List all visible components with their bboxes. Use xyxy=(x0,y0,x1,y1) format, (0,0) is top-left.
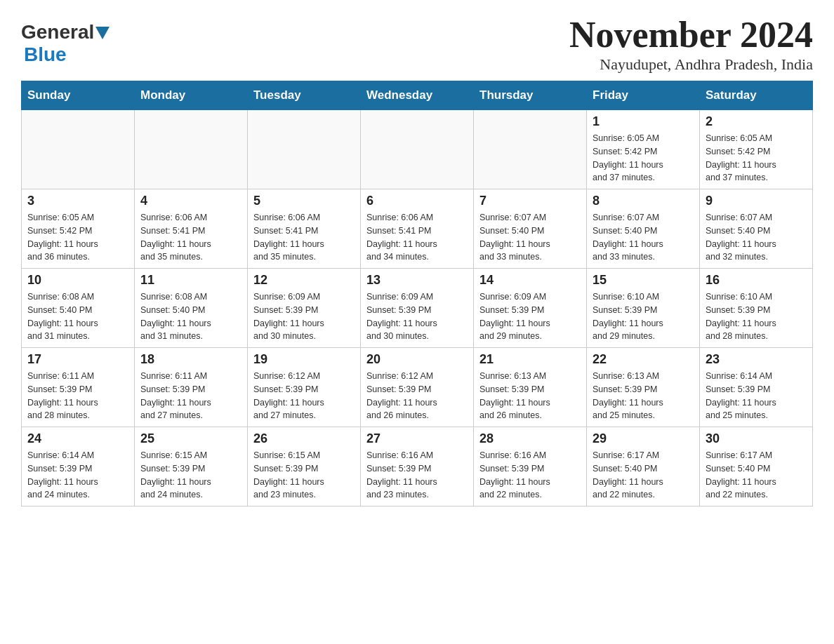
calendar-day-cell: 17Sunrise: 6:11 AMSunset: 5:39 PMDayligh… xyxy=(22,348,135,427)
day-number: 5 xyxy=(253,194,355,208)
calendar-day-cell: 15Sunrise: 6:10 AMSunset: 5:39 PMDayligh… xyxy=(587,269,700,348)
weekday-header-wednesday: Wednesday xyxy=(361,81,474,110)
calendar-day-cell: 7Sunrise: 6:07 AMSunset: 5:40 PMDaylight… xyxy=(474,189,587,269)
calendar-day-cell: 23Sunrise: 6:14 AMSunset: 5:39 PMDayligh… xyxy=(700,348,813,427)
calendar-day-cell: 10Sunrise: 6:08 AMSunset: 5:40 PMDayligh… xyxy=(22,269,135,348)
day-number: 20 xyxy=(366,352,468,367)
logo: General Blue xyxy=(21,21,110,66)
calendar-day-cell: 4Sunrise: 6:06 AMSunset: 5:41 PMDaylight… xyxy=(135,189,248,269)
calendar-day-cell: 1Sunrise: 6:05 AMSunset: 5:42 PMDaylight… xyxy=(587,110,700,189)
day-info: Sunrise: 6:11 AMSunset: 5:39 PMDaylight:… xyxy=(140,370,241,422)
day-number: 8 xyxy=(593,194,694,208)
calendar-day-cell xyxy=(22,110,135,189)
day-number: 7 xyxy=(479,194,581,208)
day-info: Sunrise: 6:07 AMSunset: 5:40 PMDaylight:… xyxy=(593,211,694,264)
calendar-day-cell: 14Sunrise: 6:09 AMSunset: 5:39 PMDayligh… xyxy=(474,269,587,348)
day-number: 24 xyxy=(27,431,128,446)
day-number: 26 xyxy=(253,431,355,446)
page-title: November 2024 xyxy=(569,14,813,55)
calendar-day-cell: 27Sunrise: 6:16 AMSunset: 5:39 PMDayligh… xyxy=(361,427,474,507)
day-number: 12 xyxy=(253,273,355,288)
day-info: Sunrise: 6:16 AMSunset: 5:39 PMDaylight:… xyxy=(479,449,581,502)
svg-marker-0 xyxy=(95,27,110,39)
calendar-week-row: 17Sunrise: 6:11 AMSunset: 5:39 PMDayligh… xyxy=(22,348,813,427)
day-info: Sunrise: 6:06 AMSunset: 5:41 PMDaylight:… xyxy=(366,211,468,264)
calendar-day-cell xyxy=(135,110,248,189)
calendar-day-cell: 2Sunrise: 6:05 AMSunset: 5:42 PMDaylight… xyxy=(700,110,813,189)
day-number: 18 xyxy=(140,352,241,367)
day-number: 2 xyxy=(706,114,807,129)
day-number: 25 xyxy=(140,431,241,446)
weekday-header-thursday: Thursday xyxy=(474,81,587,110)
calendar-day-cell: 12Sunrise: 6:09 AMSunset: 5:39 PMDayligh… xyxy=(248,269,361,348)
calendar-day-cell: 28Sunrise: 6:16 AMSunset: 5:39 PMDayligh… xyxy=(474,427,587,507)
day-number: 6 xyxy=(366,194,468,208)
calendar-day-cell: 29Sunrise: 6:17 AMSunset: 5:40 PMDayligh… xyxy=(587,427,700,507)
day-number: 13 xyxy=(366,273,468,288)
calendar-week-row: 10Sunrise: 6:08 AMSunset: 5:40 PMDayligh… xyxy=(22,269,813,348)
title-block: November 2024 Nayudupet, Andhra Pradesh,… xyxy=(569,14,813,74)
weekday-header-friday: Friday xyxy=(587,81,700,110)
day-number: 28 xyxy=(479,431,581,446)
day-number: 1 xyxy=(593,114,694,129)
day-info: Sunrise: 6:14 AMSunset: 5:39 PMDaylight:… xyxy=(706,370,807,422)
calendar-day-cell: 13Sunrise: 6:09 AMSunset: 5:39 PMDayligh… xyxy=(361,269,474,348)
day-number: 16 xyxy=(706,273,807,288)
day-info: Sunrise: 6:12 AMSunset: 5:39 PMDaylight:… xyxy=(366,370,468,422)
calendar-header-row: SundayMondayTuesdayWednesdayThursdayFrid… xyxy=(22,81,813,110)
calendar-day-cell: 5Sunrise: 6:06 AMSunset: 5:41 PMDaylight… xyxy=(248,189,361,269)
day-number: 23 xyxy=(706,352,807,367)
day-info: Sunrise: 6:07 AMSunset: 5:40 PMDaylight:… xyxy=(706,211,807,264)
day-info: Sunrise: 6:13 AMSunset: 5:39 PMDaylight:… xyxy=(479,370,581,422)
day-info: Sunrise: 6:10 AMSunset: 5:39 PMDaylight:… xyxy=(593,290,694,343)
logo-general-text: General xyxy=(21,21,94,43)
day-info: Sunrise: 6:09 AMSunset: 5:39 PMDaylight:… xyxy=(253,290,355,343)
weekday-header-sunday: Sunday xyxy=(22,81,135,110)
day-info: Sunrise: 6:05 AMSunset: 5:42 PMDaylight:… xyxy=(706,132,807,185)
calendar-day-cell: 6Sunrise: 6:06 AMSunset: 5:41 PMDaylight… xyxy=(361,189,474,269)
day-number: 15 xyxy=(593,273,694,288)
day-info: Sunrise: 6:05 AMSunset: 5:42 PMDaylight:… xyxy=(27,211,128,264)
day-info: Sunrise: 6:14 AMSunset: 5:39 PMDaylight:… xyxy=(27,449,128,502)
calendar-day-cell: 9Sunrise: 6:07 AMSunset: 5:40 PMDaylight… xyxy=(700,189,813,269)
weekday-header-monday: Monday xyxy=(135,81,248,110)
day-info: Sunrise: 6:09 AMSunset: 5:39 PMDaylight:… xyxy=(479,290,581,343)
day-number: 3 xyxy=(27,194,128,208)
page-subtitle: Nayudupet, Andhra Pradesh, India xyxy=(569,55,813,74)
day-number: 27 xyxy=(366,431,468,446)
calendar-week-row: 24Sunrise: 6:14 AMSunset: 5:39 PMDayligh… xyxy=(22,427,813,507)
day-info: Sunrise: 6:13 AMSunset: 5:39 PMDaylight:… xyxy=(593,370,694,422)
day-info: Sunrise: 6:16 AMSunset: 5:39 PMDaylight:… xyxy=(366,449,468,502)
day-info: Sunrise: 6:10 AMSunset: 5:39 PMDaylight:… xyxy=(706,290,807,343)
day-number: 9 xyxy=(706,194,807,208)
calendar-day-cell: 25Sunrise: 6:15 AMSunset: 5:39 PMDayligh… xyxy=(135,427,248,507)
day-number: 14 xyxy=(479,273,581,288)
calendar-table: SundayMondayTuesdayWednesdayThursdayFrid… xyxy=(21,81,813,507)
calendar-day-cell: 20Sunrise: 6:12 AMSunset: 5:39 PMDayligh… xyxy=(361,348,474,427)
logo-blue-text: Blue xyxy=(24,43,67,66)
day-number: 30 xyxy=(706,431,807,446)
day-info: Sunrise: 6:15 AMSunset: 5:39 PMDaylight:… xyxy=(253,449,355,502)
day-info: Sunrise: 6:11 AMSunset: 5:39 PMDaylight:… xyxy=(27,370,128,422)
day-number: 17 xyxy=(27,352,128,367)
calendar-day-cell: 16Sunrise: 6:10 AMSunset: 5:39 PMDayligh… xyxy=(700,269,813,348)
day-info: Sunrise: 6:07 AMSunset: 5:40 PMDaylight:… xyxy=(479,211,581,264)
calendar-day-cell: 8Sunrise: 6:07 AMSunset: 5:40 PMDaylight… xyxy=(587,189,700,269)
day-number: 19 xyxy=(253,352,355,367)
day-info: Sunrise: 6:06 AMSunset: 5:41 PMDaylight:… xyxy=(253,211,355,264)
calendar-day-cell: 21Sunrise: 6:13 AMSunset: 5:39 PMDayligh… xyxy=(474,348,587,427)
calendar-day-cell xyxy=(474,110,587,189)
day-info: Sunrise: 6:08 AMSunset: 5:40 PMDaylight:… xyxy=(27,290,128,343)
calendar-day-cell: 30Sunrise: 6:17 AMSunset: 5:40 PMDayligh… xyxy=(700,427,813,507)
weekday-header-tuesday: Tuesday xyxy=(248,81,361,110)
calendar-day-cell: 18Sunrise: 6:11 AMSunset: 5:39 PMDayligh… xyxy=(135,348,248,427)
day-number: 21 xyxy=(479,352,581,367)
calendar-day-cell: 19Sunrise: 6:12 AMSunset: 5:39 PMDayligh… xyxy=(248,348,361,427)
day-number: 10 xyxy=(27,273,128,288)
day-number: 29 xyxy=(593,431,694,446)
day-info: Sunrise: 6:08 AMSunset: 5:40 PMDaylight:… xyxy=(140,290,241,343)
calendar-day-cell xyxy=(248,110,361,189)
calendar-day-cell xyxy=(361,110,474,189)
day-number: 4 xyxy=(140,194,241,208)
calendar-day-cell: 26Sunrise: 6:15 AMSunset: 5:39 PMDayligh… xyxy=(248,427,361,507)
